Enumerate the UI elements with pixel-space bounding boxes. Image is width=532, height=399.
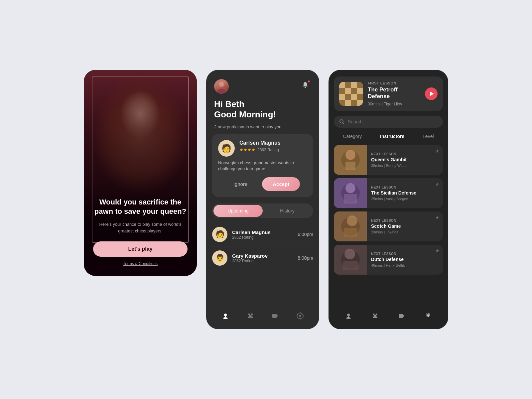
svg-point-3 [305, 87, 306, 88]
challenge-actions: Ignore Accept [218, 177, 307, 191]
landing-subtitle: Here's your chance to play some of world… [93, 221, 188, 234]
lesson-card-2[interactable]: NEXT LESSON Scotch Game 20mins | Townes … [334, 211, 443, 241]
lesson-title-2: Scotch Game [371, 223, 431, 229]
terms-link[interactable]: Terms & Conditions [123, 261, 158, 266]
user-avatar[interactable] [214, 79, 229, 94]
svg-rect-33 [399, 314, 403, 318]
bottom-nav-2 [206, 305, 319, 329]
chess-pawn-icon-3 [345, 313, 352, 319]
lesson-info-3: NEXT LESSON Dutch Defense 46mins | Harry… [367, 245, 435, 275]
svg-point-15 [345, 150, 355, 160]
challenge-description: Norwegian chess grandmaster wants to cha… [218, 160, 307, 172]
svg-rect-8 [272, 314, 277, 318]
svg-point-31 [347, 314, 350, 316]
notification-dot [307, 80, 311, 83]
ignore-button[interactable]: Ignore [225, 177, 256, 191]
first-lesson-info: FIRST LESSON The Petroff Defense 30mins … [368, 81, 420, 106]
challenge-top: 🧑 Carlsen Magnus ★★★★ 2862 Rating [218, 140, 307, 157]
nav-settings[interactable] [294, 310, 306, 322]
search-icon [339, 119, 344, 124]
svg-point-23 [347, 215, 357, 226]
greeting-section: Hi Beth Good Morning! [206, 99, 319, 122]
nav3-puzzle[interactable] [369, 310, 381, 322]
svg-rect-16 [345, 162, 355, 170]
lesson-meta-2: 20mins | Townes [371, 230, 431, 234]
challenge-card: 🧑 Carlsen Magnus ★★★★ 2862 Rating Norweg… [212, 134, 313, 197]
greeting-hi: Hi Beth [214, 99, 311, 109]
nav3-settings[interactable] [422, 310, 434, 322]
notification-button[interactable] [299, 79, 311, 91]
svg-point-6 [224, 314, 227, 316]
first-lesson-card[interactable]: FIRST LESSON The Petroff Defense 30mins … [334, 76, 443, 111]
filter-category[interactable]: Category [340, 132, 364, 140]
lesson-thumbnail-1 [334, 178, 367, 208]
play-button[interactable] [425, 87, 438, 100]
svg-rect-7 [225, 316, 226, 317]
nav3-video[interactable] [396, 310, 408, 322]
challenger-avatar: 🧑 [218, 140, 235, 157]
video-icon [272, 312, 279, 320]
chess-board-thumbnail [339, 82, 363, 106]
tab-upcoming[interactable]: Upcoming [213, 205, 263, 217]
nav-video[interactable] [269, 310, 281, 322]
search-input[interactable] [348, 119, 438, 124]
lets-play-button[interactable]: Let's play [93, 241, 188, 257]
nav3-chess[interactable] [342, 310, 354, 322]
greeting-morning: Good Morning! [214, 109, 311, 120]
svg-point-2 [217, 89, 226, 94]
nav-puzzle[interactable] [244, 310, 256, 322]
lesson-meta-0: 38mins | Benny Watts [371, 164, 431, 168]
lesson-card-1[interactable]: NEXT LESSON The Sicilian Defense 25mins … [334, 178, 443, 208]
first-lesson-meta: 30mins | Tiger Lilov [368, 102, 420, 106]
screen-landing: Would you sacrifice the pawn to save you… [84, 70, 197, 276]
schedule-time-1: 8:00pm [298, 255, 313, 261]
schedule-list: 🧑 Carlsen Magnus 2862 Rating 6:00pm 👨 Ga… [206, 223, 319, 305]
lesson-info-0: NEXT LESSON Queen's Gambit 38mins | Benn… [367, 145, 435, 175]
schedule-time-0: 6:00pm [298, 232, 313, 237]
lesson-title-0: Queen's Gambit [371, 157, 431, 162]
lesson-thumb-illustration-3 [334, 245, 367, 275]
schedule-item-1[interactable]: 👨 Gary Kasparov 2862 Rating 8:00pm [212, 246, 313, 270]
schedule-item[interactable]: 🧑 Carlsen Magnus 2862 Rating 6:00pm [212, 223, 313, 246]
lesson-thumbnail-2 [334, 211, 367, 241]
avatar-svg [214, 79, 229, 94]
filter-tabs: Category Instructors Level [329, 132, 448, 145]
bookmark-icon-3[interactable]: ★ [435, 245, 443, 253]
schedule-rating-1: 2862 Rating [232, 259, 293, 263]
svg-marker-9 [277, 315, 278, 317]
svg-point-19 [345, 183, 355, 193]
nav-chess[interactable] [219, 310, 231, 322]
lesson-thumb-illustration-0 [334, 145, 367, 175]
schedule-info-1: Gary Kasparov 2862 Rating [232, 253, 293, 263]
challenger-name: Carlsen Magnus [239, 140, 307, 146]
lesson-label-0: NEXT LESSON [371, 152, 431, 156]
bookmark-icon-0[interactable]: ★ [435, 145, 443, 154]
accept-button[interactable]: Accept [262, 177, 300, 191]
settings-icon [297, 312, 304, 320]
screen-lessons: FIRST LESSON The Petroff Defense 30mins … [329, 70, 448, 329]
landing-tagline: Would you sacrifice the pawn to save you… [93, 198, 188, 216]
first-lesson-label: FIRST LESSON [368, 81, 420, 85]
bookmark-icon-2[interactable]: ★ [435, 211, 443, 220]
lesson-card-0[interactable]: NEXT LESSON Queen's Gambit 38mins | Benn… [334, 145, 443, 175]
lessons-list: NEXT LESSON Queen's Gambit 38mins | Benn… [329, 145, 448, 305]
svg-line-12 [343, 123, 344, 124]
landing-content: Would you sacrifice the pawn to save you… [84, 191, 197, 276]
lesson-thumb-illustration-2 [334, 211, 367, 241]
schedule-info-0: Carlsen Magnus 2862 Rating [232, 229, 293, 240]
bookmark-icon-1[interactable]: ★ [435, 178, 443, 187]
svg-marker-34 [403, 315, 405, 317]
puzzle-icon [247, 312, 254, 320]
lesson-card-3[interactable]: NEXT LESSON Dutch Defense 46mins | Harry… [334, 245, 443, 275]
home-header [206, 70, 319, 99]
lesson-label-3: NEXT LESSON [371, 252, 431, 256]
schedule-rating-0: 2862 Rating [232, 235, 293, 240]
challenger-info: Carlsen Magnus ★★★★ 2862 Rating [239, 140, 307, 152]
challenger-avatar-emoji: 🧑 [221, 144, 231, 153]
screen-home: Hi Beth Good Morning! 2 new participants… [206, 70, 319, 329]
filter-instructors[interactable]: Instructors [377, 132, 407, 140]
tab-history[interactable]: History [263, 205, 312, 217]
svg-point-11 [340, 120, 343, 123]
schedule-avatar-1: 👨 [212, 250, 227, 266]
filter-level[interactable]: Level [420, 132, 436, 140]
